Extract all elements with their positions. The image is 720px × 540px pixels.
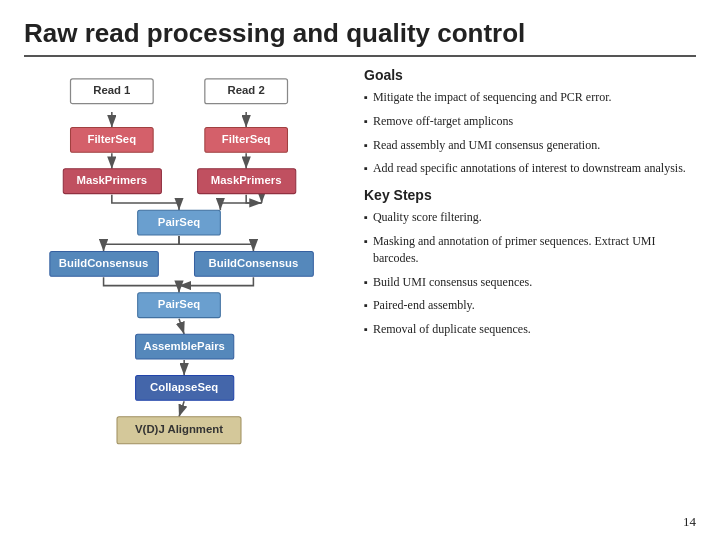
- svg-text:BuildConsensus: BuildConsensus: [209, 257, 299, 269]
- goals-title: Goals: [364, 67, 696, 83]
- step-item-4: ▪ Paired-end assembly.: [364, 297, 696, 314]
- goal-text-3: Read assembly and UMI consensus generati…: [373, 137, 600, 154]
- svg-text:MaskPrimers: MaskPrimers: [211, 174, 282, 186]
- svg-text:MaskPrimers: MaskPrimers: [76, 174, 147, 186]
- key-steps-title: Key Steps: [364, 187, 696, 203]
- page-number: 14: [24, 514, 696, 530]
- step-text-4: Paired-end assembly.: [373, 297, 475, 314]
- bullet-icon-1: ▪: [364, 90, 368, 105]
- page: Raw read processing and quality control: [0, 0, 720, 540]
- svg-line-8: [179, 319, 184, 334]
- bullet-icon-2: ▪: [364, 114, 368, 129]
- svg-text:Read 2: Read 2: [228, 84, 265, 96]
- bullet-icon-3: ▪: [364, 138, 368, 153]
- svg-line-10: [179, 401, 184, 417]
- step-text-5: Removal of duplicate sequences.: [373, 321, 531, 338]
- diagram-area: Read 1 Read 2 FilterSeq FilterSeq MaskPr…: [24, 67, 344, 510]
- step-text-2: Masking and annotation of primer sequenc…: [373, 233, 696, 267]
- svg-text:Read 1: Read 1: [93, 84, 130, 96]
- svg-text:AssemblePairs: AssemblePairs: [143, 340, 224, 352]
- svg-text:FilterSeq: FilterSeq: [222, 133, 271, 145]
- step-text-1: Quality score filtering.: [373, 209, 482, 226]
- goal-text-4: Add read specific annotations of interes…: [373, 160, 686, 177]
- goal-text-2: Remove off-target amplicons: [373, 113, 513, 130]
- step-bullet-5: ▪: [364, 322, 368, 337]
- bullet-icon-4: ▪: [364, 161, 368, 176]
- goal-item-1: ▪ Mitigate the impact of sequencing and …: [364, 89, 696, 106]
- goal-text-1: Mitigate the impact of sequencing and PC…: [373, 89, 612, 106]
- svg-text:PairSeq: PairSeq: [158, 216, 200, 228]
- step-item-2: ▪ Masking and annotation of primer seque…: [364, 233, 696, 267]
- step-bullet-1: ▪: [364, 210, 368, 225]
- info-area: Goals ▪ Mitigate the impact of sequencin…: [354, 67, 696, 510]
- step-bullet-3: ▪: [364, 275, 368, 290]
- main-content: Read 1 Read 2 FilterSeq FilterSeq MaskPr…: [24, 67, 696, 510]
- svg-text:CollapseSeq: CollapseSeq: [150, 381, 218, 393]
- step-item-3: ▪ Build UMI consensus sequences.: [364, 274, 696, 291]
- step-text-3: Build UMI consensus sequences.: [373, 274, 532, 291]
- svg-text:FilterSeq: FilterSeq: [88, 133, 137, 145]
- svg-text:BuildConsensus: BuildConsensus: [59, 257, 149, 269]
- step-item-1: ▪ Quality score filtering.: [364, 209, 696, 226]
- svg-text:V(D)J Alignment: V(D)J Alignment: [135, 423, 223, 435]
- goal-item-4: ▪ Add read specific annotations of inter…: [364, 160, 696, 177]
- title-divider: [24, 55, 696, 57]
- step-bullet-4: ▪: [364, 298, 368, 313]
- page-title: Raw read processing and quality control: [24, 18, 696, 49]
- step-item-5: ▪ Removal of duplicate sequences.: [364, 321, 696, 338]
- goal-item-2: ▪ Remove off-target amplicons: [364, 113, 696, 130]
- workflow-diagram: Read 1 Read 2 FilterSeq FilterSeq MaskPr…: [24, 67, 334, 467]
- step-bullet-2: ▪: [364, 234, 368, 249]
- svg-text:PairSeq: PairSeq: [158, 298, 200, 310]
- goal-item-3: ▪ Read assembly and UMI consensus genera…: [364, 137, 696, 154]
